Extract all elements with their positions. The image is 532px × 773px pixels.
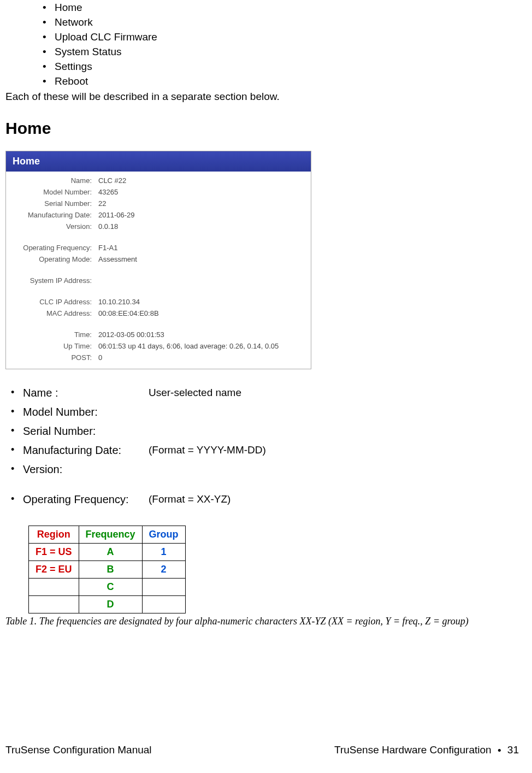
nav-bullet-list: Home Network Upload CLC Firmware System …: [5, 0, 527, 88]
field-label: Name :: [23, 387, 149, 399]
td-group: [142, 596, 185, 613]
field-operating-frequency: Operating Frequency:(Format = XX-YZ): [23, 490, 527, 509]
td-region: [29, 596, 79, 613]
home-info-card: Home Name:CLC #22 Model Number:43265 Ser…: [5, 151, 311, 369]
list-item: Reboot: [55, 74, 527, 88]
kv-value: 2011-06-29: [98, 209, 135, 221]
td-region: F1 = US: [29, 544, 79, 561]
table-row: D: [29, 596, 186, 613]
section-heading-home: Home: [5, 119, 527, 138]
frequency-table: Region Frequency Group F1 = US A 1 F2 = …: [28, 526, 186, 613]
td-region: [29, 579, 79, 596]
td-region: F2 = EU: [29, 561, 79, 579]
kv-value: 0.0.18: [98, 221, 118, 232]
kv-label: System IP Address:: [14, 275, 98, 286]
kv-label: Operating Frequency:: [14, 242, 98, 253]
kv-value: 0: [98, 352, 102, 363]
kv-value: 2012-03-05 00:01:53: [98, 329, 164, 340]
footer-page-number: 31: [507, 744, 519, 756]
home-card-title: Home: [6, 151, 311, 172]
field-name: Name :User-selected name: [23, 383, 527, 403]
field-manufacturing-date: Manufacturing Date:(Format = YYYY-MM-DD): [23, 441, 527, 460]
kv-value: 22: [98, 198, 106, 209]
kv-label: Serial Number:: [14, 198, 98, 209]
kv-row: Manufacturing Date:2011-06-29: [14, 209, 303, 221]
th-frequency: Frequency: [79, 526, 142, 544]
kv-row: Model Number:43265: [14, 186, 303, 198]
kv-label: POST:: [14, 352, 98, 363]
table-caption: Table 1. The frequencies are designated …: [5, 616, 527, 627]
th-group: Group: [142, 526, 185, 544]
field-serial-number: Serial Number:: [23, 422, 527, 441]
kv-row: Operating Frequency:F1-A1: [14, 242, 303, 253]
field-desc: User-selected name: [149, 387, 241, 399]
kv-label: Version:: [14, 221, 98, 232]
td-group: 1: [142, 544, 185, 561]
td-frequency: C: [79, 579, 142, 596]
kv-row: Time:2012-03-05 00:01:53: [14, 329, 303, 340]
kv-value: 00:08:EE:04:E0:8B: [98, 308, 159, 319]
field-label: Serial Number:: [23, 425, 149, 438]
table-row: C: [29, 579, 186, 596]
field-label: Manufacturing Date:: [23, 444, 149, 457]
table-row: F2 = EU B 2: [29, 561, 186, 579]
intro-paragraph: Each of these will be described in a sep…: [5, 91, 527, 103]
kv-value: Assessment: [98, 253, 137, 265]
kv-row: Name:CLC #22: [14, 175, 303, 186]
kv-label: Up Time:: [14, 340, 98, 352]
table-header-row: Region Frequency Group: [29, 526, 186, 544]
td-group: 2: [142, 561, 185, 579]
footer-section: TruSense Hardware Configuration: [334, 744, 492, 756]
kv-label: Time:: [14, 329, 98, 340]
kv-value: 06:01:53 up 41 days, 6:06, load average:…: [98, 340, 279, 352]
list-item: Settings: [55, 59, 527, 74]
kv-label: Name:: [14, 175, 98, 186]
kv-row: MAC Address:00:08:EE:04:E0:8B: [14, 308, 303, 319]
kv-value: F1-A1: [98, 242, 117, 253]
list-item: Network: [55, 15, 527, 29]
kv-row: POST:0: [14, 352, 303, 363]
td-group: [142, 579, 185, 596]
footer-left: TruSense Configuration Manual: [5, 744, 152, 757]
kv-label: MAC Address:: [14, 308, 98, 319]
bullet-icon: •: [498, 745, 501, 757]
kv-label: Model Number:: [14, 186, 98, 198]
list-item: Upload CLC Firmware: [55, 29, 527, 44]
kv-row: Operating Mode:Assessment: [14, 253, 303, 265]
td-frequency: B: [79, 561, 142, 579]
field-label: Model Number:: [23, 406, 149, 418]
kv-row: CLC IP Address:10.10.210.34: [14, 296, 303, 308]
field-definition-list-2: Operating Frequency:(Format = XX-YZ): [5, 490, 527, 509]
field-label: Version:: [23, 463, 149, 476]
list-item: System Status: [55, 44, 527, 59]
page-footer: TruSense Configuration Manual TruSense H…: [5, 744, 519, 757]
td-frequency: A: [79, 544, 142, 561]
field-version: Version:: [23, 460, 527, 479]
field-definition-list: Name :User-selected name Model Number: S…: [5, 383, 527, 479]
field-desc: (Format = YYYY-MM-DD): [149, 444, 266, 457]
table-row: F1 = US A 1: [29, 544, 186, 561]
kv-value: 43265: [98, 186, 118, 198]
list-item: Home: [55, 0, 527, 15]
kv-row: Serial Number:22: [14, 198, 303, 209]
footer-right: TruSense Hardware Configuration • 31: [334, 744, 519, 757]
field-model-number: Model Number:: [23, 403, 527, 422]
kv-row: Version:0.0.18: [14, 221, 303, 232]
kv-label: Operating Mode:: [14, 253, 98, 265]
field-label: Operating Frequency:: [23, 493, 149, 506]
kv-value: 10.10.210.34: [98, 296, 140, 308]
kv-row: System IP Address:: [14, 275, 303, 286]
kv-label: CLC IP Address:: [14, 296, 98, 308]
home-card-body: Name:CLC #22 Model Number:43265 Serial N…: [6, 172, 311, 369]
field-desc: (Format = XX-YZ): [149, 493, 230, 506]
th-region: Region: [29, 526, 79, 544]
kv-row: Up Time:06:01:53 up 41 days, 6:06, load …: [14, 340, 303, 352]
td-frequency: D: [79, 596, 142, 613]
kv-value: CLC #22: [98, 175, 126, 186]
kv-label: Manufacturing Date:: [14, 209, 98, 221]
